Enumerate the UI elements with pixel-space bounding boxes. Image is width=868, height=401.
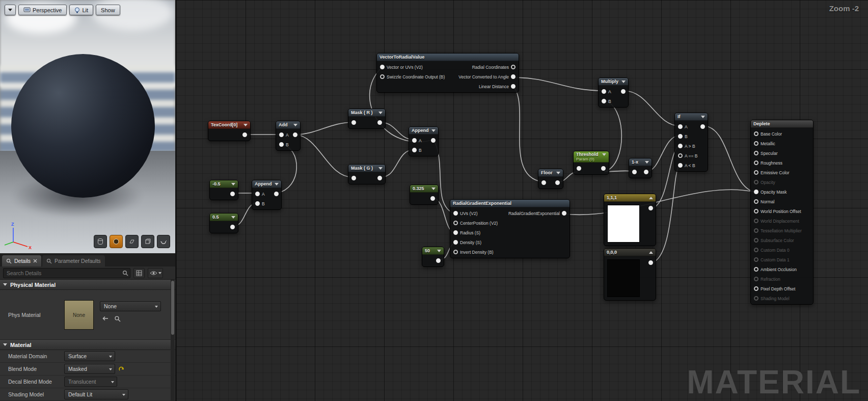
input-pin[interactable] xyxy=(754,131,758,136)
output-pin[interactable] xyxy=(274,192,279,196)
input-pin[interactable] xyxy=(754,267,758,272)
input-pin[interactable] xyxy=(541,180,546,185)
material-preview-viewport[interactable]: Z X Perspective Lit Show xyxy=(0,0,175,253)
output-pin[interactable] xyxy=(648,206,653,210)
input-pin[interactable] xyxy=(577,166,581,171)
input-pin[interactable] xyxy=(279,142,284,147)
collapse-caret-icon[interactable] xyxy=(437,250,441,252)
output-pin[interactable] xyxy=(644,170,648,174)
back-arrow-icon[interactable] xyxy=(102,315,109,322)
collapse-caret-icon[interactable] xyxy=(231,183,235,185)
input-pin[interactable] xyxy=(754,238,758,243)
collapse-caret-icon[interactable] xyxy=(645,161,649,164)
node-texcoord[interactable]: TexCoord[0] xyxy=(208,121,251,141)
collapse-caret-icon[interactable] xyxy=(243,124,248,126)
input-pin[interactable] xyxy=(754,277,758,281)
output-pin[interactable] xyxy=(621,89,626,94)
shading-model-dropdown[interactable]: Default Lit xyxy=(64,389,128,399)
node-constant-05[interactable]: 0.5 xyxy=(209,213,238,233)
search-details-input[interactable] xyxy=(3,268,130,278)
output-pin[interactable] xyxy=(230,192,235,196)
perspective-button[interactable]: Perspective xyxy=(18,5,67,15)
input-pin[interactable] xyxy=(754,257,758,262)
input-pin[interactable] xyxy=(754,228,758,233)
collapse-caret-icon[interactable] xyxy=(231,216,235,219)
input-pin[interactable] xyxy=(351,176,356,180)
input-pin[interactable] xyxy=(453,250,458,254)
output-pin[interactable] xyxy=(377,176,382,180)
node-floor[interactable]: Floor xyxy=(538,169,563,189)
input-pin[interactable] xyxy=(754,170,758,175)
input-pin[interactable] xyxy=(380,65,385,69)
collapse-caret-icon[interactable] xyxy=(556,172,560,174)
input-pin[interactable] xyxy=(678,144,683,148)
node-material-output[interactable]: Deplete Base Color Metallic Specular Rou… xyxy=(750,120,813,305)
node-mask-r[interactable]: Mask ( R ) xyxy=(348,109,386,129)
node-one-minus-x[interactable]: 1-x xyxy=(629,158,652,178)
input-pin[interactable] xyxy=(754,248,758,252)
decal-blend-mode-dropdown[interactable]: Translucent xyxy=(64,377,117,387)
close-icon[interactable] xyxy=(33,259,37,263)
node-mask-g[interactable]: Mask ( G ) xyxy=(348,164,386,184)
node-append[interactable]: Append A B xyxy=(409,126,439,156)
node-vector-to-radial-value[interactable]: VectorToRadialValue Vector or UVs (V2)Ra… xyxy=(376,53,519,93)
collapse-caret-icon[interactable] xyxy=(275,183,279,185)
output-pin[interactable] xyxy=(555,180,560,185)
output-pin[interactable] xyxy=(377,120,382,125)
input-pin[interactable] xyxy=(255,192,260,196)
view-options-button[interactable] xyxy=(148,268,163,278)
expand-caret-icon[interactable] xyxy=(649,197,653,199)
details-scrollbar[interactable] xyxy=(171,280,175,401)
output-pin[interactable] xyxy=(648,260,653,265)
input-pin[interactable] xyxy=(632,170,637,174)
input-pin[interactable] xyxy=(754,219,758,223)
material-section-header[interactable]: Material xyxy=(0,340,175,350)
property-matrix-button[interactable] xyxy=(133,268,145,278)
input-pin[interactable] xyxy=(351,120,356,125)
material-domain-dropdown[interactable]: Surface xyxy=(64,351,115,361)
input-pin[interactable] xyxy=(754,161,758,165)
preview-shape-teapot-button[interactable] xyxy=(157,235,170,248)
show-button[interactable]: Show xyxy=(96,5,120,15)
input-pin[interactable] xyxy=(602,99,606,103)
input-pin[interactable] xyxy=(678,163,683,168)
input-pin[interactable] xyxy=(754,190,758,194)
output-pin[interactable] xyxy=(430,196,435,201)
output-pin[interactable] xyxy=(293,132,297,137)
node-append[interactable]: Append A B xyxy=(252,180,282,210)
phys-material-dropdown[interactable]: None xyxy=(100,301,161,311)
output-pin[interactable] xyxy=(700,124,705,129)
input-pin[interactable] xyxy=(380,74,385,79)
collapse-caret-icon[interactable] xyxy=(431,129,436,132)
input-pin[interactable] xyxy=(754,209,758,213)
collapse-caret-icon[interactable] xyxy=(431,188,436,190)
output-pin[interactable] xyxy=(431,138,436,143)
input-pin[interactable] xyxy=(453,240,458,245)
node-constant-neg05[interactable]: -0.5 xyxy=(209,180,238,200)
output-pin[interactable] xyxy=(242,132,247,137)
reset-to-default-icon[interactable] xyxy=(118,366,125,372)
node-constant-vector-black[interactable]: 0,0,0 xyxy=(604,248,656,301)
input-pin[interactable] xyxy=(754,286,758,291)
collapse-caret-icon[interactable] xyxy=(293,124,297,126)
node-constant-0325[interactable]: 0.325 xyxy=(410,184,439,205)
node-add[interactable]: Add A B xyxy=(276,121,301,151)
input-pin[interactable] xyxy=(453,211,458,216)
input-pin[interactable] xyxy=(453,230,458,235)
preview-shape-sphere-button[interactable] xyxy=(110,235,123,248)
node-constant-50[interactable]: 50 xyxy=(422,247,444,267)
collapse-caret-icon[interactable] xyxy=(701,116,705,118)
tab-parameter-defaults[interactable]: Parameter Defaults xyxy=(42,255,104,266)
input-pin[interactable] xyxy=(412,138,417,143)
blend-mode-dropdown[interactable]: Masked xyxy=(64,364,115,374)
input-pin[interactable] xyxy=(754,296,758,301)
phys-material-thumbnail[interactable]: None xyxy=(64,300,94,330)
input-pin[interactable] xyxy=(678,153,683,158)
input-pin[interactable] xyxy=(754,151,758,155)
expand-caret-icon[interactable] xyxy=(649,251,653,254)
browse-icon[interactable] xyxy=(114,315,121,322)
input-pin[interactable] xyxy=(453,221,458,225)
output-pin[interactable] xyxy=(230,225,235,229)
preview-shape-plane-button[interactable] xyxy=(125,235,139,248)
scrollbar-thumb[interactable] xyxy=(171,281,174,335)
